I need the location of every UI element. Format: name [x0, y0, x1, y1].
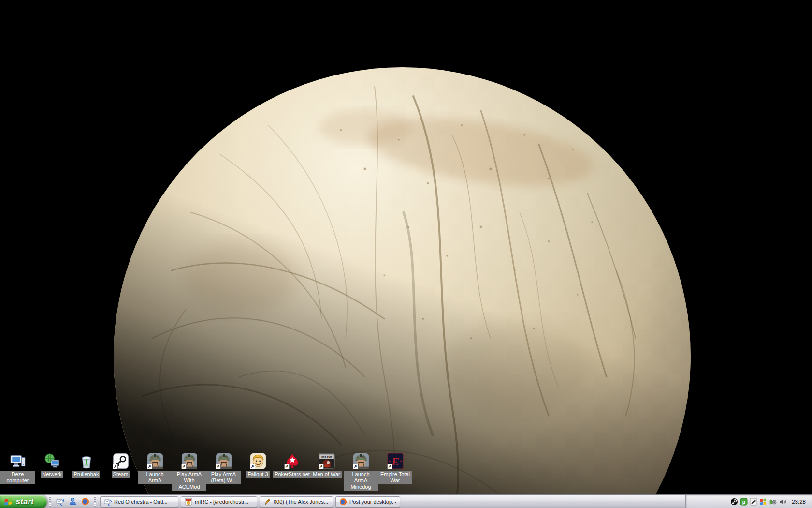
men-of-war-icon: ↗: [319, 453, 335, 469]
shortcut-arrow-overlay: ↗: [113, 464, 118, 469]
desktop-icon-netwerk[interactable]: Netwerk: [35, 453, 69, 491]
recycle-bin-icon: [78, 453, 95, 469]
empire-total-war-icon: ↗: [387, 453, 404, 469]
outlook-express-icon: [56, 497, 64, 506]
shortcut-arrow-overlay: ↗: [216, 464, 221, 469]
task-button-label: 000) (The Alex Jones...: [274, 499, 328, 505]
outlook-express-icon: [104, 498, 112, 506]
fallout-vault-boy-icon: ↗: [250, 453, 266, 469]
desktop-icon-label: Men of War: [311, 471, 341, 478]
start-button[interactable]: start: [0, 495, 47, 508]
utorrent-tray-icon[interactable]: [740, 498, 748, 506]
volume-tray-icon[interactable]: [779, 498, 786, 506]
desktop-icon-label: Play ArmA With ACEMod: [172, 471, 206, 491]
desktop-icon-label: Fallout 3: [246, 471, 269, 478]
shortcut-arrow-overlay: ↗: [319, 464, 324, 469]
europa-surface-texture: [114, 67, 691, 494]
taskbar: start Red Orchestra - Outl... mIRC - [#r…: [0, 494, 812, 508]
arma-soldier-icon: ↗: [353, 453, 369, 469]
task-button-mirc[interactable]: mIRC - [#redorchestr...: [181, 496, 257, 507]
desktop-icon-label: Netwerk: [41, 471, 63, 478]
desktop-icon-men-of-war[interactable]: ↗ Men of War: [309, 453, 344, 491]
wallpaper-europa-image: [114, 67, 691, 494]
desktop-icon-label: Prullenbak: [72, 471, 101, 478]
arma-soldier-icon: ↗: [147, 453, 163, 469]
shortcut-arrow-overlay: ↗: [387, 464, 392, 469]
winamp-icon: [263, 498, 271, 506]
desktop-icon-pokerstars[interactable]: ↗ PokerStars.net: [275, 453, 309, 491]
desktop: Deze computer Netwerk Prullenbak ↗ Steam…: [0, 0, 812, 494]
desktop-icon-prullenbak[interactable]: Prullenbak: [69, 453, 103, 491]
desktop-icon-label: Deze computer: [0, 471, 35, 484]
task-button-firefox-post-your-desktop[interactable]: Post your desktop. - ...: [335, 496, 400, 507]
desktop-icon-label: Launch ArmA: [138, 471, 172, 484]
messenger-tray-icon[interactable]: [759, 498, 767, 506]
steam-icon: ↗: [113, 453, 129, 469]
arma-soldier-icon: ↗: [181, 453, 198, 469]
network-places-icon: [44, 453, 60, 469]
quick-launch-bar: [53, 495, 92, 508]
quick-launch-grip[interactable]: [49, 496, 51, 507]
msn-messenger-icon: [69, 497, 77, 506]
shortcut-arrow-overlay: ↗: [284, 464, 290, 469]
shortcut-arrow-overlay: ↗: [181, 464, 187, 469]
task-button-area: Red Orchestra - Outl... mIRC - [#redorch…: [100, 496, 400, 507]
desktop-icon-steam[interactable]: ↗ Steam: [103, 453, 138, 491]
quick-launch-firefox[interactable]: [80, 497, 90, 507]
desktop-icon-label: Steam: [112, 471, 130, 478]
task-button-label: Post your desktop. - ...: [349, 499, 396, 505]
firefox-icon: [81, 497, 89, 506]
desktop-icon-label: PokerStars.net: [273, 471, 311, 478]
task-button-label: mIRC - [#redorchestr...: [195, 499, 248, 505]
shortcut-arrow-overlay: ↗: [353, 464, 358, 469]
task-button-label: Red Orchestra - Outl...: [114, 499, 168, 505]
desktop-icon-play-arma-acemod[interactable]: ↗ Play ArmA With ACEMod: [172, 453, 206, 491]
quick-launch-outlook-express[interactable]: [55, 497, 65, 507]
taskbar-clock[interactable]: 23:28: [792, 499, 806, 505]
desktop-icon-launch-arma[interactable]: ↗ Launch ArmA: [138, 453, 172, 491]
task-button-winamp-alex-jones[interactable]: 000) (The Alex Jones...: [260, 496, 333, 507]
desktop-icon-fallout-3[interactable]: ↗ Fallout 3: [241, 453, 275, 491]
audio-manager-tray-icon[interactable]: [769, 498, 777, 506]
pokerstars-spade-icon: ↗: [284, 453, 301, 469]
desktop-icon-empire-total-war[interactable]: ↗ Empire Total War: [378, 453, 412, 491]
start-button-label: start: [16, 497, 34, 506]
shortcut-arrow-overlay: ↗: [250, 464, 255, 469]
shortcut-arrow-overlay: ↗: [147, 464, 152, 469]
my-computer-icon: [10, 453, 26, 469]
desktop-icon-launch-arma-minedog[interactable]: ↗ Launch ArmA Minedog: [344, 453, 378, 491]
desktop-icon-play-arma-beta[interactable]: ↗ Play ArmA (Beta) W...: [206, 453, 241, 491]
task-button-red-orchestra-outlook[interactable]: Red Orchestra - Outl...: [100, 496, 178, 507]
steam-tray-icon[interactable]: [730, 498, 738, 506]
desktop-icon-row: Deze computer Netwerk Prullenbak ↗ Steam…: [0, 453, 412, 491]
quick-launch-msn-messenger[interactable]: [68, 497, 77, 507]
desktop-icon-label: Empire Total War: [378, 471, 412, 484]
taskband-grip[interactable]: [94, 496, 96, 507]
arma-soldier-icon: ↗: [216, 453, 232, 469]
mirc-icon: [185, 498, 192, 506]
system-tray: 23:28: [685, 495, 812, 508]
desktop-icon-label: Play ArmA (Beta) W...: [206, 471, 241, 484]
desktop-icon-label: Launch ArmA Minedog: [344, 471, 378, 491]
windows-flag-icon: [4, 498, 13, 506]
xfire-tray-icon[interactable]: [750, 498, 757, 506]
desktop-icon-deze-computer[interactable]: Deze computer: [0, 453, 35, 491]
firefox-icon: [339, 498, 347, 506]
